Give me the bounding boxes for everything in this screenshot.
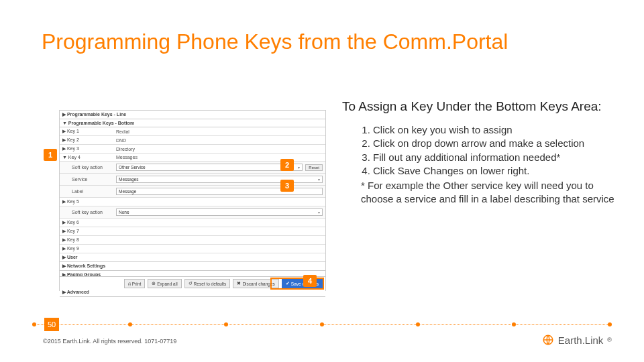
instruction-step: Click on key you wish to assign — [373, 123, 624, 137]
reset-icon: ↺ — [189, 281, 193, 286]
instructions-block: To Assign a Key Under the Bottom Keys Ar… — [342, 99, 624, 206]
section-line-keys[interactable]: ▶ Programmable Keys - Line — [60, 111, 325, 119]
key-row[interactable]: ▶ Key 1 Redial — [60, 127, 325, 136]
globe-icon — [542, 334, 554, 346]
field-label: Label — [72, 189, 116, 194]
key-row[interactable]: ▶ Key 7 — [60, 227, 325, 236]
key-name: ▶ Key 1 — [62, 129, 116, 134]
discard-icon: ✖ — [237, 281, 241, 286]
screenshot-toolbar: ⎙Print ⊕Expand all ↺Reset to defaults ✖D… — [60, 276, 325, 290]
section-bottom-keys[interactable]: ▼ Programmable Keys - Bottom — [60, 119, 325, 127]
key-value: Directory — [116, 147, 323, 152]
copyright-text: ©2015 Earth.Link. All rights reserved. 1… — [43, 338, 176, 345]
callout-3: 3 — [280, 180, 294, 192]
commportal-screenshot: ▶ Programmable Keys - Line ▼ Programmabl… — [59, 110, 326, 291]
callout-1: 1 — [44, 149, 57, 161]
instruction-step: Fill out any additional information need… — [373, 151, 624, 164]
discard-button[interactable]: ✖Discard changes — [233, 279, 278, 288]
key-name: ▶ Key 2 — [62, 137, 116, 143]
chevron-down-icon: ▾ — [298, 165, 300, 170]
reset-defaults-button[interactable]: ↺Reset to defaults — [184, 279, 231, 288]
key-name: ▶ Key 3 — [62, 146, 116, 152]
logo-text: Earth.Link — [558, 335, 604, 346]
earthlink-logo: Earth.Link ® — [542, 334, 612, 346]
field-label: Soft key action — [72, 165, 116, 170]
key-value: DND — [116, 138, 323, 143]
chevron-down-icon: ▾ — [318, 177, 320, 182]
key-row[interactable]: ▶ Key 5 — [60, 198, 325, 206]
check-icon: ✔ — [286, 281, 290, 286]
print-icon: ⎙ — [128, 282, 131, 286]
key-row[interactable]: ▶ Key 2 DND — [60, 136, 325, 145]
key-name: ▼ Key 4 — [62, 155, 116, 160]
instruction-note: * For example the Other service key will… — [342, 179, 624, 206]
soft-key-action-select[interactable]: None ▾ — [116, 208, 323, 216]
instruction-step: Click on drop down arrow and make a sele… — [373, 137, 624, 150]
section-user[interactable]: ▶ User — [60, 253, 325, 262]
key-row[interactable]: ▶ Key 3 Directory — [60, 145, 325, 154]
key-value: Redial — [116, 129, 323, 134]
key-name: ▶ Key 5 — [62, 199, 116, 204]
reset-button[interactable]: Reset — [305, 164, 323, 171]
instruction-step: Click Save Changes on lower right. — [373, 164, 624, 178]
soft-key-action-select[interactable]: Other Service ▾ — [116, 164, 303, 171]
chevron-down-icon: ▾ — [318, 210, 320, 215]
slide-title: Programming Phone Keys from the Comm.Por… — [42, 29, 508, 54]
section-network[interactable]: ▶ Network Settings — [60, 262, 325, 271]
expand-all-button[interactable]: ⊕Expand all — [148, 279, 181, 288]
registered-icon: ® — [607, 337, 612, 343]
print-button[interactable]: ⎙Print — [124, 279, 145, 288]
page-number: 50 — [44, 318, 59, 331]
field-label: Service — [72, 177, 116, 182]
key-row[interactable]: ▶ Key 8 — [60, 236, 325, 245]
field-label: Soft key action — [72, 210, 116, 215]
key-row[interactable]: ▶ Key 6 — [60, 219, 325, 227]
instructions-list: Click on key you wish to assign Click on… — [342, 123, 624, 178]
callout-4: 4 — [303, 275, 317, 287]
callout-2: 2 — [280, 159, 294, 171]
key-row[interactable]: ▶ Key 9 — [60, 245, 325, 253]
expand-icon: ⊕ — [152, 281, 156, 286]
footer-divider — [32, 324, 612, 325]
soft-key-action-row: Soft key action None ▾ — [60, 206, 325, 219]
instructions-heading: To Assign a Key Under the Bottom Keys Ar… — [342, 99, 624, 114]
